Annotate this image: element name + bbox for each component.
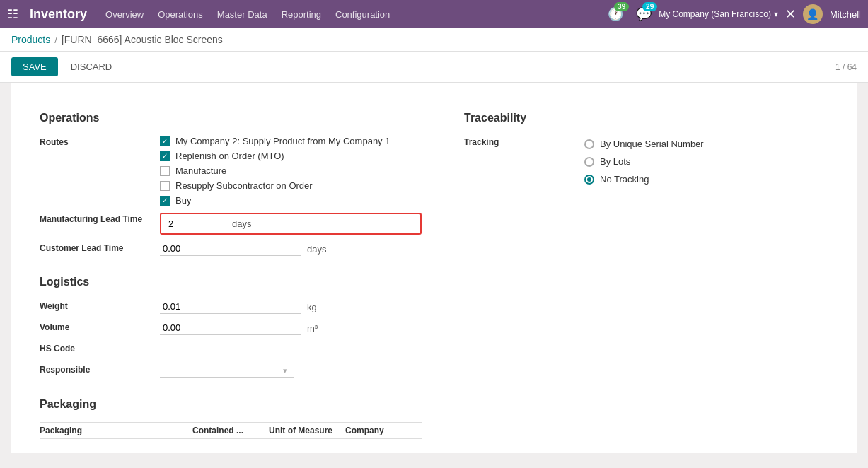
manufacturing-lead-time-unit: days — [232, 218, 251, 229]
tracking-radio-1[interactable] — [584, 157, 594, 167]
route-label-2: Manufacture — [175, 165, 226, 176]
responsible-select[interactable] — [160, 363, 294, 378]
responsible-label: Responsible — [40, 363, 160, 375]
nav-masterdata[interactable]: Master Data — [217, 9, 267, 20]
close-button[interactable]: ✕ — [785, 6, 796, 22]
grid-icon[interactable]: ☷ — [7, 6, 18, 22]
message-badge: 29 — [642, 2, 657, 11]
main-content: Operations Routes My Company 2: Supply P… — [11, 83, 857, 453]
route-label-4: Buy — [175, 195, 191, 206]
weight-unit: kg — [307, 302, 317, 312]
hs-code-field — [160, 342, 422, 356]
nav-configuration[interactable]: Configuration — [335, 9, 390, 20]
topnav: ☷ Inventory Overview Operations Master D… — [0, 0, 868, 28]
tracking-radio-0[interactable] — [584, 139, 594, 149]
packaging-divider — [40, 422, 422, 423]
nav-overview[interactable]: Overview — [105, 9, 144, 20]
message-button[interactable]: 💬 29 — [636, 6, 652, 22]
list-item: By Lots — [584, 156, 828, 167]
weight-field: kg — [160, 300, 422, 314]
list-item: Replenish on Order (MTO) — [160, 151, 422, 161]
list-item: No Tracking — [584, 174, 828, 185]
responsible-field-row: Responsible ▾ — [40, 363, 422, 378]
activity-badge: 39 — [614, 2, 629, 11]
tracking-option-1: By Lots — [600, 156, 630, 167]
customer-lead-time-row: Customer Lead Time days — [40, 242, 422, 256]
two-col-layout: Operations Routes My Company 2: Supply P… — [40, 98, 828, 439]
logistics-title: Logistics — [40, 276, 422, 288]
left-column: Operations Routes My Company 2: Supply P… — [40, 98, 422, 439]
packaging-col-3: Company — [345, 426, 422, 435]
tracking-radio-2[interactable] — [584, 175, 594, 185]
save-button[interactable]: SAVE — [11, 57, 58, 76]
tracking-radio-group: By Unique Serial Number By Lots No Track… — [584, 139, 828, 185]
volume-field: m³ — [160, 321, 422, 335]
action-bar: SAVE DISCARD 1 / 64 — [0, 52, 868, 83]
weight-input-row: kg — [160, 300, 422, 314]
route-checkbox-2[interactable] — [160, 166, 170, 176]
list-item: My Company 2: Supply Product from My Com… — [160, 136, 422, 146]
packaging-col-2: Unit of Measure — [269, 426, 345, 435]
activity-button[interactable]: 🕐 39 — [608, 6, 623, 22]
list-item: Resupply Subcontractor on Order — [160, 180, 422, 191]
route-checkbox-1[interactable] — [160, 151, 170, 161]
topnav-right: 🕐 39 💬 29 My Company (San Francisco) ▾ ✕… — [608, 4, 861, 24]
company-selector[interactable]: My Company (San Francisco) ▾ — [659, 9, 778, 19]
traceability-title: Traceability — [464, 112, 828, 124]
nav-operations[interactable]: Operations — [158, 9, 203, 20]
hs-code-label: HS Code — [40, 342, 160, 353]
breadcrumb-separator: / — [54, 35, 57, 45]
routes-field-row: Routes My Company 2: Supply Product from… — [40, 136, 422, 206]
app-title: Inventory — [30, 7, 87, 22]
routes-checkboxes: My Company 2: Supply Product from My Com… — [160, 136, 422, 206]
volume-unit: m³ — [307, 323, 318, 334]
manufacturing-lead-time-field: days — [160, 213, 422, 235]
route-checkbox-4[interactable] — [160, 196, 170, 206]
customer-lead-time-unit: days — [307, 244, 326, 255]
list-item: Manufacture — [160, 165, 422, 176]
right-column: Traceability Tracking By Unique Serial N… — [464, 98, 828, 439]
manufacturing-lead-time-row: Manufacturing Lead Time days — [40, 213, 422, 235]
tracking-label: Tracking — [464, 136, 584, 147]
tracking-options: By Unique Serial Number By Lots No Track… — [584, 136, 828, 185]
company-chevron-icon: ▾ — [774, 9, 778, 19]
avatar[interactable]: 👤 — [803, 4, 823, 24]
responsible-chevron-icon: ▾ — [283, 366, 287, 375]
volume-label: Volume — [40, 321, 160, 332]
routes-label: Routes — [40, 136, 160, 147]
hs-code-input[interactable] — [160, 342, 301, 356]
user-name: Mitchell — [830, 9, 861, 20]
customer-lead-time-input[interactable] — [160, 242, 301, 256]
operations-title: Operations — [40, 112, 422, 124]
route-label-3: Resupply Subcontractor on Order — [175, 180, 313, 191]
discard-button[interactable]: DISCARD — [64, 57, 120, 76]
route-checkbox-0[interactable] — [160, 136, 170, 146]
route-label-1: Replenish on Order (MTO) — [175, 151, 284, 161]
breadcrumb-current: [FURN_6666] Acoustic Bloc Screens — [62, 34, 223, 45]
list-item: Buy — [160, 195, 422, 206]
weight-input[interactable] — [160, 300, 301, 314]
list-item: By Unique Serial Number — [584, 139, 828, 149]
packaging-title: Packaging — [40, 398, 422, 411]
record-count: 1 / 64 — [835, 62, 857, 72]
volume-input[interactable] — [160, 321, 301, 335]
weight-field-row: Weight kg — [40, 300, 422, 314]
nav-reporting[interactable]: Reporting — [282, 9, 321, 20]
route-checkbox-3[interactable] — [160, 181, 170, 191]
packaging-col-1: Contained ... — [192, 426, 269, 435]
tracking-option-0: By Unique Serial Number — [600, 139, 704, 149]
tracking-field-row: Tracking By Unique Serial Number By Lots — [464, 136, 828, 185]
tracking-option-2: No Tracking — [600, 174, 649, 185]
breadcrumb-parent[interactable]: Products — [11, 34, 50, 45]
customer-lead-time-field: days — [160, 242, 422, 256]
manufacturing-lead-time-input[interactable] — [168, 218, 225, 229]
hs-code-field-row: HS Code — [40, 342, 422, 356]
nav-links: Overview Operations Master Data Reportin… — [105, 9, 596, 20]
breadcrumb: Products / [FURN_6666] Acoustic Bloc Scr… — [0, 28, 868, 52]
manufacturing-lead-time-label: Manufacturing Lead Time — [40, 213, 160, 224]
responsible-field: ▾ — [160, 363, 422, 378]
manufacturing-lead-time-box: days — [160, 213, 422, 235]
customer-lead-time-label: Customer Lead Time — [40, 242, 160, 253]
packaging-col-0: Packaging — [40, 426, 192, 435]
company-name: My Company (San Francisco) — [659, 9, 771, 19]
